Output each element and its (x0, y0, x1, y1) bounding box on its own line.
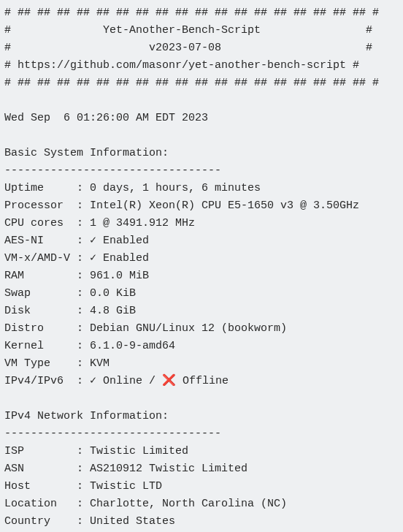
uptime-label: Uptime : (4, 182, 83, 194)
location-label: Location : (4, 498, 83, 510)
country-label: Country : (4, 515, 83, 528)
swap-label: Swap : (4, 287, 83, 300)
cpu-cores-label: CPU cores : (4, 217, 83, 229)
kernel-label: Kernel : (4, 340, 83, 352)
vmx-value: ✓ Enabled (83, 252, 149, 265)
ipv4-status: Online / (103, 375, 162, 387)
header-version: # v2023-07-08 # (4, 42, 372, 54)
asn-value: AS210912 Twistic Limited (83, 463, 247, 475)
isp-value: Twistic Limited (83, 445, 188, 457)
disk-value: 4.8 GiB (83, 305, 136, 317)
processor-value: Intel(R) Xeon(R) CPU E5-1650 v3 @ 3.50GH… (83, 200, 359, 212)
asn-label: ASN : (4, 463, 83, 475)
location-value: Charlotte, North Carolina (NC) (83, 498, 287, 510)
ram-value: 961.0 MiB (83, 270, 149, 282)
aes-ni-value: ✓ Enabled (83, 235, 149, 247)
ipv-label: IPv4/IPv6 : (4, 375, 83, 387)
distro-value: Debian GNU/Linux 12 (bookworm) (83, 322, 287, 335)
ipv4-info-heading: IPv4 Network Information: (4, 410, 169, 422)
ipv6-status: Offline (183, 375, 229, 387)
country-value: United States (83, 515, 175, 528)
timestamp: Wed Sep 6 01:26:00 AM EDT 2023 (4, 112, 208, 124)
uptime-value: 0 days, 1 hours, 6 minutes (83, 182, 261, 194)
isp-label: ISP : (4, 445, 83, 457)
ram-label: RAM : (4, 270, 83, 282)
header-border-bottom: # ## ## ## ## ## ## ## ## ## ## ## ## ##… (4, 77, 379, 89)
vm-type-label: VM Type : (4, 357, 83, 370)
vm-type-value: KVM (83, 357, 110, 370)
disk-label: Disk : (4, 305, 83, 317)
aes-ni-label: AES-NI : (4, 235, 83, 247)
kernel-value: 6.1.0-9-amd64 (83, 340, 175, 352)
vmx-label: VM-x/AMD-V : (4, 252, 83, 265)
cpu-cores-value: 1 @ 3491.912 MHz (83, 217, 195, 229)
header-url: # https://github.com/masonr/yet-another-… (4, 59, 359, 72)
host-label: Host : (4, 480, 83, 493)
processor-label: Processor : (4, 200, 83, 212)
terminal-output: # ## ## ## ## ## ## ## ## ## ## ## ## ##… (4, 4, 399, 531)
ipv4-check-icon: ✓ (83, 375, 103, 387)
swap-value: 0.0 KiB (83, 287, 136, 300)
header-title: # Yet-Another-Bench-Script # (4, 24, 372, 37)
header-border-top: # ## ## ## ## ## ## ## ## ## ## ## ## ##… (4, 7, 379, 19)
basic-info-divider: --------------------------------- (4, 164, 221, 177)
host-value: Twistic LTD (83, 480, 162, 493)
ipv4-info-divider: --------------------------------- (4, 428, 221, 440)
distro-label: Distro : (4, 322, 83, 335)
ipv6-cross-icon: ❌ (162, 375, 183, 387)
basic-info-heading: Basic System Information: (4, 147, 169, 159)
